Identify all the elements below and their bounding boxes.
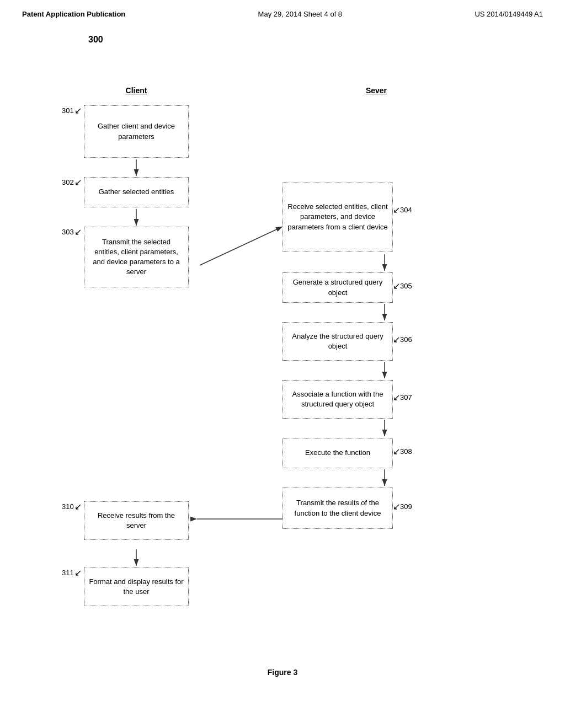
step-307-box: Associate a function with the structured…	[282, 380, 393, 419]
header-right: US 2014/0149449 A1	[475, 10, 543, 18]
step-311-box: Format and display results for the user	[84, 568, 189, 606]
step-308-label: ↙ 308	[393, 446, 412, 457]
header-center: May 29, 2014 Sheet 4 of 8	[258, 10, 343, 18]
step-310-box: Receive results from the server	[84, 501, 189, 540]
step-306-box: Analyze the structured query object	[282, 322, 393, 361]
step-302-box: Gather selected entities	[84, 177, 189, 207]
diagram-container: 300	[0, 24, 565, 688]
server-col-header: Sever	[340, 86, 412, 95]
diagram-area: Client Sever 301 ↙ Gather client and dev…	[34, 56, 531, 662]
step-301-box: Gather client and device parameters	[84, 105, 189, 158]
step-305-box: Generate a structured query object	[282, 272, 393, 303]
step-308-box: Execute the function	[282, 438, 393, 468]
step-304-box: Receive selected entities, client parame…	[282, 183, 393, 251]
step-309-label: ↙ 309	[393, 501, 412, 512]
step-306-label: ↙ 306	[393, 334, 412, 345]
step-309-box: Transmit the results of the function to …	[282, 488, 393, 529]
figure-caption: Figure 3	[22, 668, 543, 677]
step-311-label: 311 ↙	[62, 568, 82, 578]
page-header: Patent Application Publication May 29, 2…	[0, 0, 565, 24]
step-303-label: 303 ↙	[62, 227, 82, 237]
step-303-box: Transmit the selected entities, client p…	[84, 227, 189, 287]
step-304-label: ↙ 304	[393, 205, 412, 215]
step-302-label: 302 ↙	[62, 177, 82, 188]
svg-line-4	[200, 227, 282, 265]
client-col-header: Client	[100, 86, 172, 95]
step-301-label: 301 ↙	[62, 105, 82, 116]
step-305-label: ↙ 305	[393, 281, 412, 291]
step-310-label: 310 ↙	[62, 501, 82, 512]
step-307-label: ↙ 307	[393, 392, 412, 403]
header-left: Patent Application Publication	[22, 10, 125, 18]
diagram-title: 300	[22, 35, 543, 45]
